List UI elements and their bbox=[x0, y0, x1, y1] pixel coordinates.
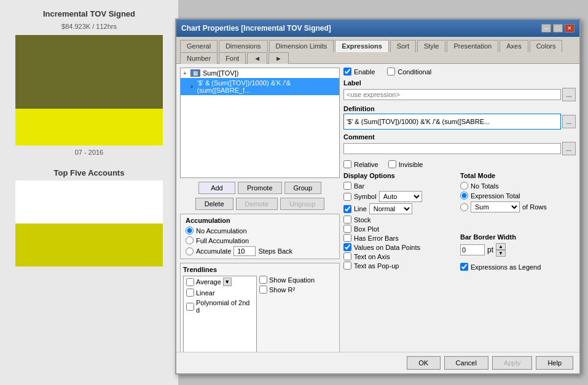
values-data-points-checkbox[interactable] bbox=[343, 243, 351, 251]
sum-of-rows-label: of Rows bbox=[522, 203, 547, 211]
display-left: Display Options Bar Symbol Auto bbox=[343, 172, 454, 271]
text-on-axis-checkbox[interactable] bbox=[343, 252, 351, 260]
cancel-button[interactable]: Cancel bbox=[444, 356, 488, 370]
label-dots-button[interactable]: ... bbox=[562, 88, 576, 101]
tab-colors[interactable]: Colors bbox=[530, 40, 563, 52]
trend-check-1[interactable] bbox=[186, 289, 194, 297]
tree-item-1[interactable]: + '$' & (Sum([TOV])/1000) &'K /'& (sum([… bbox=[181, 78, 339, 95]
invisible-checkbox[interactable] bbox=[388, 160, 396, 168]
sum-select[interactable]: Sum bbox=[471, 201, 520, 212]
expression-tree[interactable]: + ▦ Sum([TOV]) + '$' & (Sum([TOV])/1000)… bbox=[180, 68, 340, 178]
conditional-label: Conditional bbox=[398, 68, 431, 76]
apply-button[interactable]: Apply bbox=[492, 356, 533, 370]
comment-dots-button[interactable]: ... bbox=[562, 142, 576, 155]
expressions-legend-checkbox[interactable] bbox=[460, 263, 468, 271]
full-accumulation-radio[interactable] bbox=[186, 236, 194, 244]
sum-radio[interactable] bbox=[460, 203, 468, 211]
enable-check-row: Enable bbox=[343, 68, 375, 76]
steps-input[interactable] bbox=[233, 246, 256, 256]
label-input[interactable] bbox=[343, 89, 561, 100]
bar-border-spin: ▲ ▼ bbox=[496, 243, 506, 257]
full-accumulation-label: Full Accumulation bbox=[196, 237, 249, 244]
error-bars-label: Has Error Bars bbox=[354, 235, 399, 242]
total-mode-section: Total Mode No Totals Expression Total bbox=[460, 172, 576, 227]
tab-general[interactable]: General bbox=[180, 40, 218, 52]
tab-font[interactable]: Font bbox=[219, 52, 246, 64]
group-button[interactable]: Group bbox=[284, 182, 322, 194]
tab-dimension-limits[interactable]: Dimension Limits bbox=[269, 40, 334, 52]
help-button[interactable]: Help bbox=[536, 356, 573, 370]
conditional-checkbox[interactable] bbox=[387, 68, 395, 76]
conditional-check-row: Conditional bbox=[387, 68, 431, 76]
show-r2-label: Show R² bbox=[269, 286, 295, 294]
enable-label: Enable bbox=[354, 68, 375, 76]
close-button[interactable]: ✕ bbox=[565, 24, 574, 33]
tab-number[interactable]: Number bbox=[180, 52, 218, 64]
minimize-button[interactable]: ─ bbox=[541, 24, 551, 33]
tab-next[interactable]: ► bbox=[269, 52, 289, 64]
tab-sort[interactable]: Sort bbox=[390, 40, 416, 52]
line-select[interactable]: Normal bbox=[369, 203, 412, 214]
comment-title: Comment bbox=[343, 133, 576, 141]
demote-button[interactable]: Demote bbox=[236, 198, 278, 210]
no-totals-row: No Totals bbox=[460, 182, 576, 190]
enable-checkbox[interactable] bbox=[343, 68, 351, 76]
trend-arrow-0[interactable]: ▼ bbox=[223, 278, 232, 286]
boxplot-checkbox[interactable] bbox=[343, 225, 351, 233]
tab-prev[interactable]: ◄ bbox=[247, 52, 267, 64]
relative-checkbox[interactable] bbox=[343, 160, 351, 168]
error-bars-checkbox[interactable] bbox=[343, 234, 351, 242]
add-button[interactable]: Add bbox=[198, 182, 235, 194]
definition-dots-button[interactable]: ... bbox=[562, 115, 576, 128]
stock-checkbox[interactable] bbox=[343, 216, 351, 224]
no-totals-radio[interactable] bbox=[460, 182, 468, 190]
tab-style[interactable]: Style bbox=[417, 40, 445, 52]
definition-field-row: Definition ... bbox=[343, 105, 576, 130]
tab-axes[interactable]: Axes bbox=[500, 40, 528, 52]
tab-presentation[interactable]: Presentation bbox=[447, 40, 498, 52]
symbol-select[interactable]: Auto bbox=[379, 191, 422, 202]
right-panel: Enable Conditional Label ... Definition bbox=[343, 68, 576, 362]
bar-checkbox[interactable] bbox=[343, 182, 351, 190]
dialog-footer: OK Cancel Apply Help bbox=[176, 352, 579, 373]
bg-chart-date: 07 - 2016 bbox=[0, 146, 178, 159]
trend-check-2[interactable] bbox=[186, 303, 194, 311]
invisible-label: Invisible bbox=[399, 161, 423, 168]
line-checkbox[interactable] bbox=[343, 205, 351, 213]
tree-item-0[interactable]: + ▦ Sum([TOV]) bbox=[181, 68, 339, 78]
accumulation-section: Accumulation No Accumulation Full Accumu… bbox=[180, 214, 340, 259]
no-accumulation-radio[interactable] bbox=[186, 227, 194, 235]
show-equation-check[interactable] bbox=[259, 276, 267, 284]
display-section-title: Display Options bbox=[343, 172, 454, 179]
bar-border-input[interactable] bbox=[460, 244, 485, 255]
ungroup-button[interactable]: Ungroup bbox=[280, 198, 324, 210]
delete-button[interactable]: Delete bbox=[195, 198, 233, 210]
tab-dimensions[interactable]: Dimensions bbox=[219, 40, 267, 52]
bar-border-unit: pt bbox=[487, 246, 493, 254]
ok-button[interactable]: OK bbox=[407, 356, 441, 370]
dialog-titlebar: Chart Properties [Incremental TOV Signed… bbox=[176, 20, 579, 37]
tree-icon-0: ▦ bbox=[190, 69, 200, 77]
trendlines-section: Trendlines Average ▼ Linear bbox=[180, 263, 340, 362]
spin-down-button[interactable]: ▼ bbox=[496, 250, 506, 257]
definition-title: Definition bbox=[343, 105, 576, 112]
bg-chart-title: Incremental TOV Signed bbox=[0, 0, 178, 21]
symbol-checkbox[interactable] bbox=[343, 193, 351, 201]
no-accumulation-row: No Accumulation bbox=[186, 227, 334, 235]
accumulate-radio[interactable] bbox=[186, 247, 194, 255]
background-chart: Incremental TOV Signed $84.923K / 112hrs… bbox=[0, 0, 178, 385]
definition-input[interactable] bbox=[343, 114, 561, 130]
tab-expressions[interactable]: Expressions bbox=[335, 40, 388, 52]
text-popup-checkbox[interactable] bbox=[343, 262, 351, 270]
maximize-button[interactable]: □ bbox=[553, 24, 563, 33]
comment-input[interactable] bbox=[343, 143, 561, 154]
show-equation-label: Show Equation bbox=[269, 276, 315, 284]
trend-item-1: Linear bbox=[184, 287, 256, 298]
expression-total-radio[interactable] bbox=[460, 192, 468, 200]
show-r2-check[interactable] bbox=[259, 286, 267, 294]
promote-button[interactable]: Promote bbox=[238, 182, 282, 194]
trend-check-0[interactable] bbox=[186, 278, 194, 286]
bar-check-row: Bar bbox=[343, 182, 454, 190]
spin-up-button[interactable]: ▲ bbox=[496, 243, 506, 250]
trend-list[interactable]: Average ▼ Linear Polynomial of 2nd d bbox=[183, 276, 257, 356]
